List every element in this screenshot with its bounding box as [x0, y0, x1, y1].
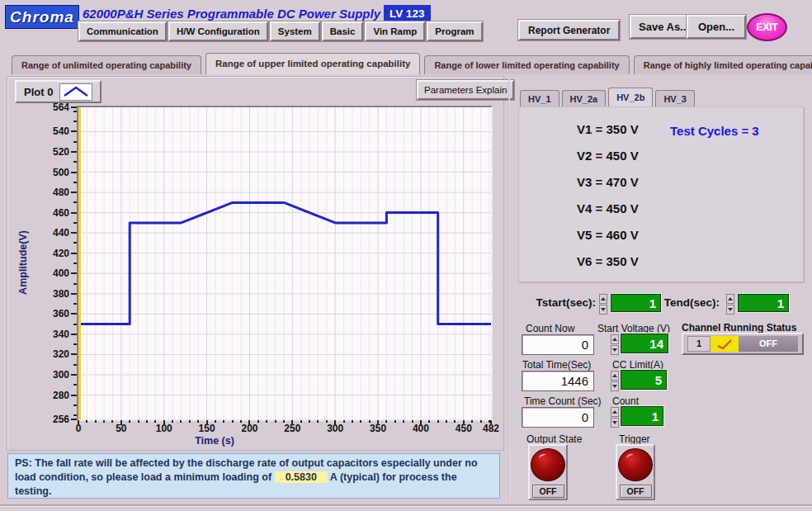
time-count-field[interactable]: 0 [522, 407, 594, 428]
trigger-knob[interactable] [618, 448, 653, 481]
y-tick-mark [73, 222, 77, 224]
x-tick-mark [197, 420, 199, 423]
x-tick-mark [446, 420, 447, 423]
y-tick-mark [71, 253, 77, 254]
app-title: 62000P&H Series Programmable DC Power Su… [83, 7, 380, 21]
waveform-chart [78, 107, 491, 419]
voltage-value-row: V4 = 450 V [577, 201, 639, 215]
cc-limit-up-icon[interactable] [611, 371, 619, 381]
voltage-value-row: V3 = 470 V [577, 175, 639, 189]
count-field[interactable]: 1 [621, 406, 663, 426]
y-tick-mark [73, 414, 77, 416]
start-voltage-spinner[interactable] [611, 334, 619, 355]
tab-range-of-lower-limited-operating-capability[interactable]: Range of lower limited operating capabil… [424, 55, 629, 74]
y-tick-mark [73, 242, 77, 244]
x-tick-mark [275, 420, 276, 423]
start-voltage-field[interactable]: 14 [621, 334, 668, 353]
tend-spinner[interactable] [726, 294, 734, 315]
menu-basic[interactable]: Basic [322, 21, 364, 41]
y-tick-mark [71, 313, 77, 315]
chroma-logo: Chroma [5, 5, 79, 29]
y-tick-mark [71, 353, 77, 355]
open-button[interactable]: Open... [687, 15, 746, 39]
y-tick-mark [71, 130, 77, 132]
count-now-field[interactable]: 0 [522, 334, 594, 355]
total-time-label: Total Time(Sec) [522, 359, 591, 371]
tend-down-icon[interactable] [726, 305, 734, 315]
tstart-up-icon[interactable] [599, 294, 607, 304]
x-tick-mark [240, 420, 242, 423]
tab-range-of-upper-limited-operating-capability[interactable]: Range of upper limited operating capabil… [205, 53, 420, 74]
x-tick-mark [385, 420, 387, 423]
hv-tab-strip: HV_1HV_2aHV_2bHV_3 [520, 88, 695, 107]
tab-range-of-unlimited-operating-capability[interactable]: Range of unlimited operating capability [12, 55, 201, 74]
y-tick-label: 320 [41, 348, 69, 360]
vertical-divider [508, 78, 510, 502]
tend-up-icon[interactable] [726, 294, 734, 304]
total-time-field[interactable]: 1446 [522, 371, 594, 391]
trigger-label: Trigger [619, 433, 650, 445]
y-tick-mark [71, 232, 77, 234]
exit-button[interactable]: EXIT [747, 13, 787, 41]
cc-limit-label: CC Limit(A) [612, 359, 663, 371]
menu-communication[interactable]: Communication [78, 21, 167, 41]
tab-hv-3[interactable]: HV_3 [655, 90, 695, 107]
menu-h-w-configuration[interactable]: H/W Configuration [168, 21, 268, 41]
bottom-divider [0, 504, 812, 507]
tab-range-of-highly-limited-operating-capability[interactable]: Range of highly limited operating capabi… [634, 55, 812, 74]
x-tick-mark [138, 420, 139, 423]
lv-version-badge: LV 123 [384, 5, 431, 21]
count-spinner[interactable] [611, 407, 619, 428]
y-tick-mark [71, 334, 77, 335]
start-voltage-down-icon[interactable] [611, 345, 619, 355]
tend-field[interactable]: 1 [738, 294, 789, 312]
x-tick-mark [291, 420, 293, 425]
count-up-icon[interactable] [611, 407, 619, 417]
cc-limit-spinner[interactable] [611, 371, 619, 391]
check-icon[interactable] [710, 336, 739, 352]
parameters-explain-button[interactable]: Parameters Explain [417, 80, 514, 100]
tab-hv-2a[interactable]: HV_2a [562, 90, 607, 107]
y-tick-label: 500 [41, 167, 69, 178]
y-tick-mark [73, 263, 77, 264]
x-tick-mark [189, 420, 191, 423]
tab-hv-1[interactable]: HV_1 [520, 90, 559, 107]
channel-running-status-label: Channel Running Status [682, 322, 796, 334]
count-down-icon[interactable] [611, 418, 619, 428]
menu-system[interactable]: System [270, 21, 320, 41]
menu-vin-ramp[interactable]: Vin Ramp [365, 21, 425, 41]
report-generator-button[interactable]: Report Generator [518, 20, 620, 40]
tstart-down-icon[interactable] [599, 305, 607, 315]
x-tick-mark [317, 420, 319, 423]
count-now-label: Count Now [526, 323, 574, 334]
x-tick-mark [129, 420, 130, 423]
voltage-value-row: V6 = 350 V [577, 254, 639, 268]
tstart-label: Tstart(sec): [518, 296, 596, 309]
output-state-label: Output State [526, 433, 582, 445]
y-tick-mark [71, 151, 77, 153]
note-highlight-value: 0.5830 [275, 471, 328, 483]
tstart-spinner[interactable] [599, 294, 607, 315]
tstart-field[interactable]: 1 [611, 294, 661, 312]
test-cycles-label: Test Cycles = 3 [670, 124, 759, 138]
y-axis-title: Amplitude(V) [17, 217, 29, 308]
channel-number-cell: 1 [687, 336, 710, 352]
output-state-control: OFF [528, 444, 568, 500]
voltage-values-panel: Test Cycles = 3 V1 = 350 VV2 = 450 VV3 =… [518, 106, 804, 282]
y-tick-mark [71, 395, 77, 396]
menu-program[interactable]: Program [427, 21, 482, 41]
channel-running-status-widget[interactable]: 1 OFF [682, 333, 804, 355]
tab-hv-2b[interactable]: HV_2b [608, 88, 653, 107]
trigger-value: OFF [620, 485, 652, 498]
x-tick-mark [412, 420, 413, 423]
ps-note: PS: The fall rate will be affected by th… [7, 453, 500, 499]
start-voltage-up-icon[interactable] [611, 334, 619, 344]
x-tick-mark [111, 420, 113, 423]
plot-legend[interactable]: Plot 0 [15, 80, 102, 103]
y-tick-mark [73, 343, 77, 345]
cc-limit-down-icon[interactable] [611, 381, 619, 391]
cc-limit-field[interactable]: 5 [621, 370, 667, 390]
output-state-knob[interactable] [531, 448, 565, 481]
x-tick-mark [146, 420, 148, 423]
x-tick-mark [360, 420, 361, 423]
